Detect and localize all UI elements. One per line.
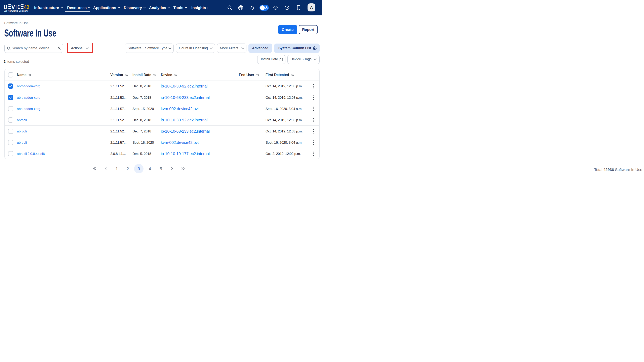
svg-text:A Freshworks Company: A Freshworks Company [4, 10, 28, 12]
